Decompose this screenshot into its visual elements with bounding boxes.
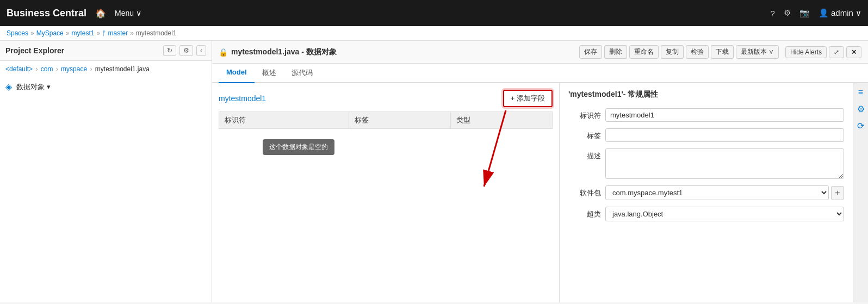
file-title-text: mytestmodel1.java - 数据对象 <box>231 47 337 57</box>
delete-button[interactable]: 删除 <box>604 45 627 59</box>
empty-tooltip: 这个数据对象是空的 <box>263 139 334 155</box>
hide-alerts-button[interactable]: Hide Alerts <box>785 46 827 58</box>
right-icon-2[interactable]: ⚙ <box>857 104 865 114</box>
prop-label-package: 软件包 <box>568 185 601 198</box>
download-button[interactable]: 下载 <box>711 45 734 59</box>
breadcrumb-myspace[interactable]: MySpace <box>36 29 64 37</box>
prop-row-package: 软件包 com.myspace.mytest1 + <box>568 185 844 200</box>
prop-row-identifier: 标识符 <box>568 108 844 122</box>
breadcrumb-sep2: » <box>66 29 70 37</box>
sidebar-item-label: 数据对象 ▾ <box>16 82 51 92</box>
prop-package-select-row: com.myspace.mytest1 + <box>605 185 844 200</box>
sidebar-settings-button[interactable]: ⚙ <box>179 45 193 56</box>
file-actions: 保存 删除 重命名 复制 检验 下载 最新版本 ∨ Hide Alerts ⤢ … <box>579 45 861 59</box>
data-object-icon: ◈ <box>5 82 12 92</box>
top-nav-icons: ? ⚙ 📷 👤 admin ∨ <box>770 8 861 18</box>
latest-version-button[interactable]: 最新版本 ∨ <box>736 45 779 59</box>
prop-package-add-button[interactable]: + <box>831 186 844 200</box>
prop-label-identifier: 标识符 <box>568 108 601 121</box>
sidebar-header: Project Explorer ↻ ⚙ ‹ <box>0 41 212 61</box>
content-area: mytestmodel1 + 添加字段 标识符 标签 类型 <box>212 83 868 302</box>
add-field-button[interactable]: + 添加字段 <box>503 90 553 107</box>
prop-label-superclass: 超类 <box>568 207 601 219</box>
camera-icon[interactable]: 📷 <box>799 8 810 18</box>
breadcrumb-sep3: » <box>96 29 100 37</box>
prop-label-description: 描述 <box>568 148 601 161</box>
prop-row-label: 标签 <box>568 128 844 142</box>
right-icon-3[interactable]: ⟳ <box>857 121 864 131</box>
prop-row-description: 描述 <box>568 148 844 179</box>
help-icon[interactable]: ? <box>770 9 774 18</box>
top-nav: Business Central 🏠 Menu ∨ ? ⚙ 📷 👤 admin … <box>0 0 868 26</box>
breadcrumb-sep4: » <box>130 29 134 37</box>
sidebar-path-com[interactable]: com <box>41 65 53 73</box>
tab-model[interactable]: Model <box>219 64 255 83</box>
tab-overview[interactable]: 概述 <box>255 64 284 83</box>
col-identifier: 标识符 <box>219 112 349 129</box>
breadcrumb-mytest1[interactable]: mytest1 <box>71 29 94 37</box>
table-header-row: 标识符 标签 类型 <box>219 112 553 129</box>
prop-label-label: 标签 <box>568 128 601 141</box>
data-table: 标识符 标签 类型 这个数据对象是空的 <box>219 111 553 162</box>
tab-source[interactable]: 源代码 <box>284 64 320 83</box>
settings-icon[interactable]: ⚙ <box>784 8 791 18</box>
right-panel: 🔒 mytestmodel1.java - 数据对象 保存 删除 重命名 复制 … <box>212 41 868 302</box>
sidebar-path-file: mytestmodel1.java <box>95 65 150 73</box>
brand-title: Business Central <box>7 8 86 19</box>
prop-input-label[interactable] <box>605 128 844 142</box>
user-menu[interactable]: 👤 admin ∨ <box>819 8 861 18</box>
sidebar: Project Explorer ↻ ⚙ ‹ <default> › com ›… <box>0 41 212 302</box>
sidebar-item-data-object[interactable]: ◈ 数据对象 ▾ <box>0 77 212 96</box>
prop-textarea-description[interactable] <box>605 148 844 179</box>
file-header: 🔒 mytestmodel1.java - 数据对象 保存 删除 重命名 复制 … <box>212 41 868 64</box>
sidebar-path: <default> › com › myspace › mytestmodel1… <box>0 61 212 77</box>
lock-icon: 🔒 <box>219 48 228 57</box>
col-label: 标签 <box>349 112 450 129</box>
menu-button[interactable]: Menu ∨ <box>115 9 141 17</box>
main-layout: Project Explorer ↻ ⚙ ‹ <default> › com ›… <box>0 41 868 302</box>
tabs: Model 概述 源代码 <box>212 64 868 83</box>
breadcrumb-master[interactable]: ᚠ master <box>102 29 128 37</box>
sidebar-collapse-button[interactable]: ‹ <box>196 45 206 56</box>
close-button[interactable]: ✕ <box>846 46 861 58</box>
prop-row-superclass: 超类 java.lang.Object <box>568 207 844 221</box>
sidebar-path-myspace[interactable]: myspace <box>61 65 87 73</box>
table-empty-row: 这个数据对象是空的 <box>219 129 553 162</box>
validate-button[interactable]: 检验 <box>686 45 709 59</box>
model-area: mytestmodel1 + 添加字段 标识符 标签 类型 <box>212 83 559 302</box>
properties-title: 'mytestmodel1'- 常规属性 <box>568 90 844 100</box>
breadcrumb: Spaces » MySpace » mytest1 » ᚠ master » … <box>0 26 868 41</box>
sidebar-title: Project Explorer <box>5 46 64 55</box>
prop-select-package[interactable]: com.myspace.mytest1 <box>605 185 829 200</box>
breadcrumb-spaces[interactable]: Spaces <box>7 29 28 37</box>
prop-input-identifier[interactable] <box>605 108 844 122</box>
breadcrumb-current: mytestmodel1 <box>136 29 177 37</box>
file-title: 🔒 mytestmodel1.java - 数据对象 <box>219 47 337 57</box>
save-button[interactable]: 保存 <box>579 45 602 59</box>
prop-select-superclass[interactable]: java.lang.Object <box>605 207 844 221</box>
sidebar-path-default[interactable]: <default> <box>5 65 33 73</box>
sidebar-header-icons: ↻ ⚙ ‹ <box>163 45 206 56</box>
sidebar-refresh-button[interactable]: ↻ <box>163 45 176 56</box>
prop-superclass-select-row: java.lang.Object <box>605 207 844 221</box>
copy-button[interactable]: 复制 <box>661 45 684 59</box>
col-type: 类型 <box>450 112 552 129</box>
home-icon[interactable]: 🏠 <box>95 8 106 18</box>
right-icons-panel: ≡ ⚙ ⟳ <box>853 83 868 302</box>
right-icon-1[interactable]: ≡ <box>858 88 863 97</box>
rename-button[interactable]: 重命名 <box>629 45 659 59</box>
properties-panel: 'mytestmodel1'- 常规属性 标识符 标签 描述 <box>559 83 853 302</box>
breadcrumb-sep1: » <box>30 29 34 37</box>
model-name-row: mytestmodel1 + 添加字段 <box>219 90 553 107</box>
expand-button[interactable]: ⤢ <box>829 46 844 58</box>
model-name: mytestmodel1 <box>219 94 266 103</box>
